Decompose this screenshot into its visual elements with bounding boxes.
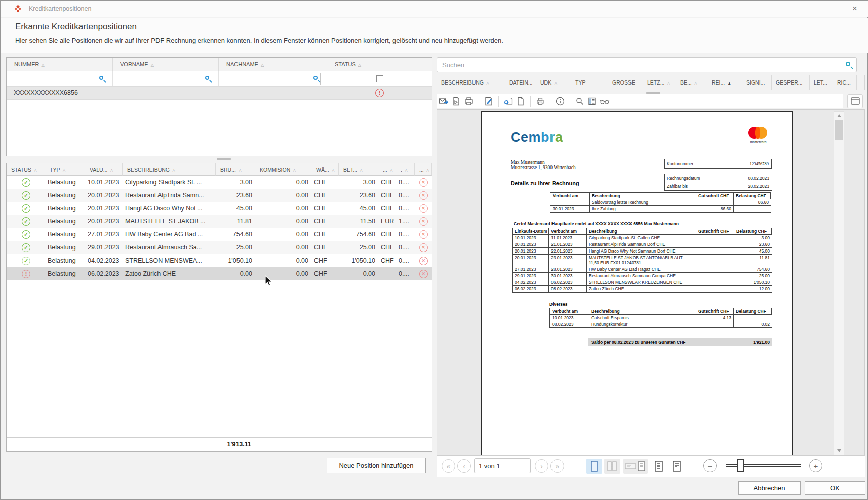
column-header[interactable]: VALU... (85, 163, 123, 176)
card-row[interactable]: XXXXXXXXXXXX6856 ! (7, 87, 432, 100)
pdf-diverses-label: Diverses (549, 302, 567, 307)
scrollbar-thumb[interactable] (835, 120, 843, 140)
text-lines-layout-icon[interactable] (669, 459, 685, 474)
delete-icon[interactable]: × (419, 243, 428, 252)
status-icon (22, 230, 30, 239)
status-icon (22, 191, 30, 200)
pdf-table-row: 10.01.2023 11.01.2023 Cityparking Stadtp… (513, 235, 772, 241)
scroll-up-icon[interactable] (834, 112, 844, 120)
delete-icon[interactable]: × (419, 204, 428, 213)
column-header[interactable]: ... (378, 163, 396, 176)
sort-icon (667, 81, 670, 86)
column-header[interactable]: GESPER... (772, 75, 810, 90)
cancel-button[interactable]: Abbrechen (738, 481, 801, 495)
delete-icon[interactable]: × (419, 257, 428, 265)
ok-button[interactable]: OK (805, 481, 865, 495)
column-header[interactable]: BESCHREIBUNG (123, 163, 216, 176)
zoom-in-icon[interactable]: + (809, 459, 822, 472)
position-row[interactable]: Belastung 20.01.2023 MAUTSTELLE ST JAKOB… (7, 215, 432, 228)
delete-icon[interactable]: × (419, 217, 428, 226)
waehrung-cell: CHF (311, 267, 339, 280)
brutto-cell: 0.00 (216, 267, 255, 280)
column-header[interactable]: VORNAME (113, 58, 219, 71)
column-header[interactable]: KOMMISION (255, 163, 311, 176)
position-row[interactable]: Belastung 20.01.2023 Restaurant AlpTrida… (7, 189, 432, 202)
mail-send-icon[interactable] (439, 96, 449, 106)
panel-toggle-icon[interactable] (847, 94, 863, 108)
betrag-waehrung-cell: CHF (378, 254, 396, 267)
next-page-icon[interactable]: › (535, 459, 548, 473)
document-settings-icon[interactable] (503, 96, 513, 106)
pdf-scrollbar[interactable] (834, 111, 844, 455)
info-icon[interactable] (555, 96, 565, 106)
column-header[interactable]: TYP (45, 163, 85, 176)
column-header[interactable]: GRÖSSE (608, 75, 643, 90)
new-document-icon[interactable] (516, 96, 526, 106)
column-header[interactable]: REI... (707, 75, 742, 90)
column-header[interactable]: NUMMER (7, 58, 113, 71)
position-row[interactable]: Belastung 20.01.2023 Hangl AG Disco Why … (7, 202, 432, 215)
cards-table-header: NUMMER VORNAME NACHNAME STATUS (7, 58, 432, 71)
position-row[interactable]: Belastung 27.01.2023 HW Baby Center AG B… (7, 228, 432, 241)
betrag-waehrung-cell: CHF (378, 202, 396, 215)
column-header[interactable]: . (396, 163, 415, 176)
column-header[interactable]: DATEIN... (505, 75, 536, 90)
last-page-icon[interactable]: » (550, 459, 564, 473)
credit-cards-table: NUMMER VORNAME NACHNAME STATUS XXXXXXXXX… (6, 57, 432, 156)
page-number-input[interactable] (474, 458, 531, 473)
delete-icon[interactable]: × (419, 178, 428, 187)
zoom-slider-handle[interactable] (737, 459, 744, 472)
index-panel-icon[interactable] (587, 96, 597, 106)
print-icon[interactable] (464, 96, 474, 106)
column-header[interactable]: RIC... (833, 75, 857, 90)
status-icon (22, 270, 30, 278)
column-header[interactable]: STATUS (7, 163, 45, 176)
position-row[interactable]: Belastung 06.02.2023 Zatoo Zürich CHE 0.… (7, 267, 432, 280)
column-header[interactable]: TYP (571, 75, 608, 90)
column-header[interactable]: LET... (810, 75, 833, 90)
single-page-layout-icon[interactable] (586, 459, 602, 474)
add-position-button[interactable]: Neue Position hinzufügen (327, 458, 426, 473)
table-splitter-handle[interactable] (217, 158, 231, 160)
nachname-filter-input[interactable] (220, 73, 321, 85)
column-header[interactable]: BE... (676, 75, 707, 90)
column-header[interactable]: SIGNI... (742, 75, 772, 90)
vorname-filter-input[interactable] (114, 73, 212, 85)
position-row[interactable]: Belastung 10.01.2023 Cityparking Stadtpa… (7, 176, 432, 189)
page-header: Erkannte Kreditkartenpositionen Hier seh… (1, 18, 868, 53)
pdf-table-row: 20.01.2023 23.01.2023 MAUTSTELLE ST JAKO… (513, 255, 772, 266)
column-header[interactable]: STATUS (327, 58, 432, 71)
horizontal-spread-layout-icon[interactable] (623, 459, 648, 474)
zoom-search-icon[interactable] (575, 96, 585, 106)
column-header[interactable]: BRU... (216, 163, 255, 176)
text-page-layout-icon[interactable] (651, 459, 667, 474)
column-header[interactable]: BET... (339, 163, 378, 176)
scroll-down-icon[interactable] (834, 447, 844, 455)
position-row[interactable]: Belastung 29.01.2023 Restaurant Almrausc… (7, 241, 432, 254)
column-header[interactable]: LETZ... (643, 75, 676, 90)
delete-icon[interactable]: × (419, 230, 428, 239)
delete-icon[interactable]: × (419, 191, 428, 200)
nummer-filter-input[interactable] (8, 73, 106, 85)
prev-page-icon[interactable]: ‹ (457, 459, 471, 473)
delete-icon[interactable]: × (419, 270, 428, 278)
status-filter-checkbox[interactable] (376, 75, 383, 82)
search-input[interactable] (437, 58, 856, 72)
facing-pages-layout-icon[interactable] (604, 459, 620, 474)
column-header[interactable]: UDK (536, 75, 571, 90)
kurs-cell: 0.... (396, 267, 415, 280)
pdf-export-icon[interactable] (451, 96, 461, 106)
typ-cell: Belastung (45, 241, 85, 254)
zoom-out-icon[interactable]: − (703, 459, 717, 472)
edit-document-icon[interactable] (484, 96, 494, 106)
column-header[interactable]: BESCHREIBUNG (437, 75, 505, 90)
position-row[interactable]: Belastung 04.02.2023 STRELLSON MENSWEA..… (7, 254, 432, 267)
column-header[interactable]: ... (415, 163, 432, 176)
close-icon[interactable]: × (850, 4, 859, 14)
column-header[interactable]: NACHNAME (219, 58, 327, 71)
first-page-icon[interactable]: « (442, 459, 455, 473)
kurs-cell: 0.... (396, 254, 415, 267)
reading-view-icon[interactable] (600, 96, 610, 106)
column-header[interactable]: WÄ... (311, 163, 339, 176)
print-page-icon[interactable] (535, 96, 545, 106)
